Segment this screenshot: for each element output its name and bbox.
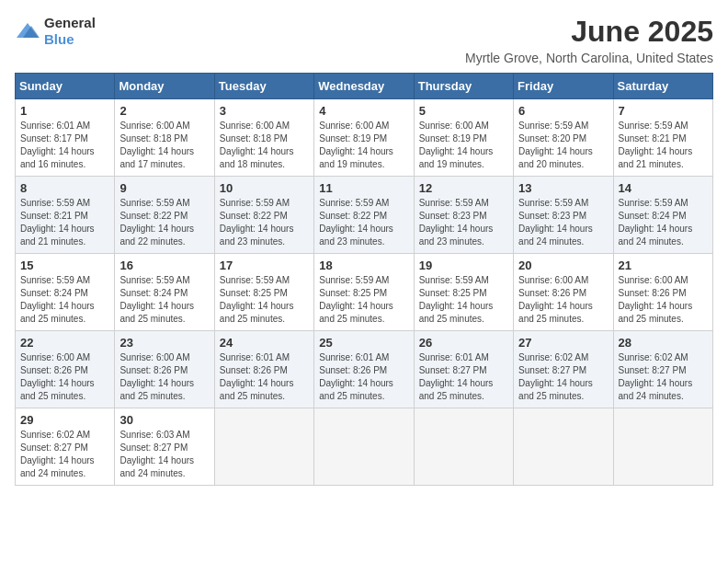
day-number: 18 <box>319 259 408 272</box>
calendar-week-row: 29Sunrise: 6:02 AMSunset: 8:27 PMDayligh… <box>16 408 713 486</box>
month-title: June 2025 <box>465 15 713 49</box>
calendar-cell: 25Sunrise: 6:01 AMSunset: 8:26 PMDayligh… <box>314 331 414 408</box>
day-info: Sunrise: 6:01 AMSunset: 8:26 PMDaylight:… <box>220 351 309 403</box>
calendar-cell: 10Sunrise: 5:59 AMSunset: 8:22 PMDayligh… <box>214 177 313 254</box>
calendar-cell: 28Sunrise: 6:02 AMSunset: 8:27 PMDayligh… <box>613 331 712 408</box>
calendar-cell: 18Sunrise: 5:59 AMSunset: 8:25 PMDayligh… <box>314 254 414 331</box>
calendar-cell <box>314 408 414 486</box>
day-number: 13 <box>518 181 608 195</box>
day-info: Sunrise: 5:59 AMSunset: 8:20 PMDaylight:… <box>518 120 608 171</box>
calendar-cell: 1Sunrise: 6:01 AMSunset: 8:17 PMDaylight… <box>16 99 115 177</box>
calendar-cell: 22Sunrise: 6:00 AMSunset: 8:26 PMDayligh… <box>16 331 115 408</box>
day-number: 28 <box>619 336 708 350</box>
day-info: Sunrise: 6:00 AMSunset: 8:26 PMDaylight:… <box>518 274 608 326</box>
calendar-cell: 11Sunrise: 5:59 AMSunset: 8:22 PMDayligh… <box>314 177 414 254</box>
header-saturday: Saturday <box>613 74 712 99</box>
day-number: 7 <box>619 104 708 118</box>
calendar-week-row: 15Sunrise: 5:59 AMSunset: 8:24 PMDayligh… <box>16 254 713 331</box>
calendar-cell: 17Sunrise: 5:59 AMSunset: 8:25 PMDayligh… <box>214 254 313 331</box>
calendar-cell: 9Sunrise: 5:59 AMSunset: 8:22 PMDaylight… <box>115 177 214 254</box>
calendar-cell: 14Sunrise: 5:59 AMSunset: 8:24 PMDayligh… <box>613 177 712 254</box>
header-thursday: Thursday <box>414 74 513 99</box>
day-info: Sunrise: 5:59 AMSunset: 8:24 PMDaylight:… <box>119 274 209 326</box>
location-title: Myrtle Grove, North Carolina, United Sta… <box>465 51 713 65</box>
day-number: 27 <box>518 336 608 350</box>
day-info: Sunrise: 5:59 AMSunset: 8:21 PMDaylight:… <box>20 197 109 248</box>
logo: General Blue <box>15 15 96 48</box>
calendar-header-row: SundayMondayTuesdayWednesdayThursdayFrid… <box>16 74 713 99</box>
calendar-cell: 4Sunrise: 6:00 AMSunset: 8:19 PMDaylight… <box>314 99 414 177</box>
calendar-cell: 26Sunrise: 6:01 AMSunset: 8:27 PMDayligh… <box>414 331 513 408</box>
day-number: 1 <box>20 104 109 118</box>
day-info: Sunrise: 6:02 AMSunset: 8:27 PMDaylight:… <box>619 351 708 403</box>
calendar-cell: 7Sunrise: 5:59 AMSunset: 8:21 PMDaylight… <box>613 99 712 177</box>
day-number: 14 <box>619 181 708 195</box>
day-info: Sunrise: 5:59 AMSunset: 8:22 PMDaylight:… <box>319 197 408 248</box>
day-info: Sunrise: 6:02 AMSunset: 8:27 PMDaylight:… <box>20 429 109 480</box>
day-number: 30 <box>119 413 209 427</box>
day-info: Sunrise: 6:00 AMSunset: 8:19 PMDaylight:… <box>319 120 408 171</box>
day-number: 3 <box>220 104 309 118</box>
calendar-cell <box>414 408 513 486</box>
day-info: Sunrise: 6:00 AMSunset: 8:26 PMDaylight:… <box>619 274 708 326</box>
calendar-cell: 15Sunrise: 5:59 AMSunset: 8:24 PMDayligh… <box>16 254 115 331</box>
calendar-cell: 21Sunrise: 6:00 AMSunset: 8:26 PMDayligh… <box>613 254 712 331</box>
calendar-cell: 20Sunrise: 6:00 AMSunset: 8:26 PMDayligh… <box>514 254 613 331</box>
day-info: Sunrise: 5:59 AMSunset: 8:24 PMDaylight:… <box>20 274 109 326</box>
logo-icon <box>15 21 40 41</box>
day-number: 29 <box>20 413 109 427</box>
calendar-cell: 23Sunrise: 6:00 AMSunset: 8:26 PMDayligh… <box>115 331 214 408</box>
day-number: 16 <box>119 259 209 272</box>
header-tuesday: Tuesday <box>214 74 313 99</box>
day-info: Sunrise: 6:02 AMSunset: 8:27 PMDaylight:… <box>518 351 608 403</box>
day-number: 15 <box>20 259 109 272</box>
day-info: Sunrise: 5:59 AMSunset: 8:21 PMDaylight:… <box>619 120 708 171</box>
day-number: 8 <box>20 181 109 195</box>
calendar-cell: 12Sunrise: 5:59 AMSunset: 8:23 PMDayligh… <box>414 177 513 254</box>
logo-blue: Blue <box>44 31 74 47</box>
day-info: Sunrise: 6:01 AMSunset: 8:27 PMDaylight:… <box>419 351 508 403</box>
day-number: 22 <box>20 336 109 350</box>
day-info: Sunrise: 5:59 AMSunset: 8:25 PMDaylight:… <box>220 274 309 326</box>
day-info: Sunrise: 6:03 AMSunset: 8:27 PMDaylight:… <box>119 429 209 480</box>
header-wednesday: Wednesday <box>314 74 414 99</box>
day-info: Sunrise: 5:59 AMSunset: 8:23 PMDaylight:… <box>419 197 508 248</box>
day-info: Sunrise: 5:59 AMSunset: 8:22 PMDaylight:… <box>220 197 309 248</box>
page-header: General Blue June 2025 Myrtle Grove, Nor… <box>15 15 713 65</box>
day-number: 26 <box>419 336 508 350</box>
calendar-week-row: 22Sunrise: 6:00 AMSunset: 8:26 PMDayligh… <box>16 331 713 408</box>
day-number: 20 <box>518 259 608 272</box>
day-number: 17 <box>220 259 309 272</box>
day-number: 21 <box>619 259 708 272</box>
calendar-cell: 2Sunrise: 6:00 AMSunset: 8:18 PMDaylight… <box>115 99 214 177</box>
day-info: Sunrise: 5:59 AMSunset: 8:25 PMDaylight:… <box>319 274 408 326</box>
calendar-cell: 16Sunrise: 5:59 AMSunset: 8:24 PMDayligh… <box>115 254 214 331</box>
day-info: Sunrise: 5:59 AMSunset: 8:22 PMDaylight:… <box>119 197 209 248</box>
calendar-cell: 29Sunrise: 6:02 AMSunset: 8:27 PMDayligh… <box>16 408 115 486</box>
header-friday: Friday <box>514 74 613 99</box>
calendar-cell <box>514 408 613 486</box>
calendar-cell: 5Sunrise: 6:00 AMSunset: 8:19 PMDaylight… <box>414 99 513 177</box>
day-info: Sunrise: 6:00 AMSunset: 8:19 PMDaylight:… <box>419 120 508 171</box>
day-info: Sunrise: 6:01 AMSunset: 8:26 PMDaylight:… <box>319 351 408 403</box>
day-number: 24 <box>220 336 309 350</box>
day-info: Sunrise: 6:01 AMSunset: 8:17 PMDaylight:… <box>20 120 109 171</box>
calendar-cell: 19Sunrise: 5:59 AMSunset: 8:25 PMDayligh… <box>414 254 513 331</box>
day-number: 9 <box>119 181 209 195</box>
day-number: 10 <box>220 181 309 195</box>
day-number: 2 <box>119 104 209 118</box>
day-number: 11 <box>319 181 408 195</box>
calendar-cell: 13Sunrise: 5:59 AMSunset: 8:23 PMDayligh… <box>514 177 613 254</box>
day-info: Sunrise: 6:00 AMSunset: 8:18 PMDaylight:… <box>220 120 309 171</box>
day-info: Sunrise: 6:00 AMSunset: 8:18 PMDaylight:… <box>119 120 209 171</box>
calendar-cell: 24Sunrise: 6:01 AMSunset: 8:26 PMDayligh… <box>214 331 313 408</box>
calendar-cell <box>214 408 313 486</box>
day-number: 19 <box>419 259 508 272</box>
day-info: Sunrise: 5:59 AMSunset: 8:24 PMDaylight:… <box>619 197 708 248</box>
calendar-cell: 30Sunrise: 6:03 AMSunset: 8:27 PMDayligh… <box>115 408 214 486</box>
logo-general: General <box>44 15 96 30</box>
calendar-table: SundayMondayTuesdayWednesdayThursdayFrid… <box>15 73 713 486</box>
day-number: 4 <box>319 104 408 118</box>
calendar-cell: 8Sunrise: 5:59 AMSunset: 8:21 PMDaylight… <box>16 177 115 254</box>
day-info: Sunrise: 6:00 AMSunset: 8:26 PMDaylight:… <box>119 351 209 403</box>
